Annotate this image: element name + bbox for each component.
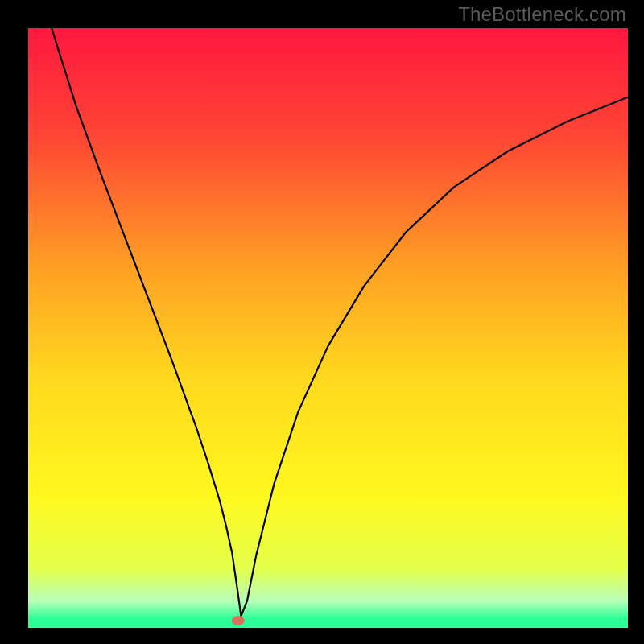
plot-background <box>28 28 628 628</box>
optimum-marker <box>232 616 245 625</box>
bottleneck-chart <box>0 0 644 644</box>
watermark-text: TheBottleneck.com <box>458 3 626 26</box>
chart-frame: TheBottleneck.com <box>0 0 644 644</box>
